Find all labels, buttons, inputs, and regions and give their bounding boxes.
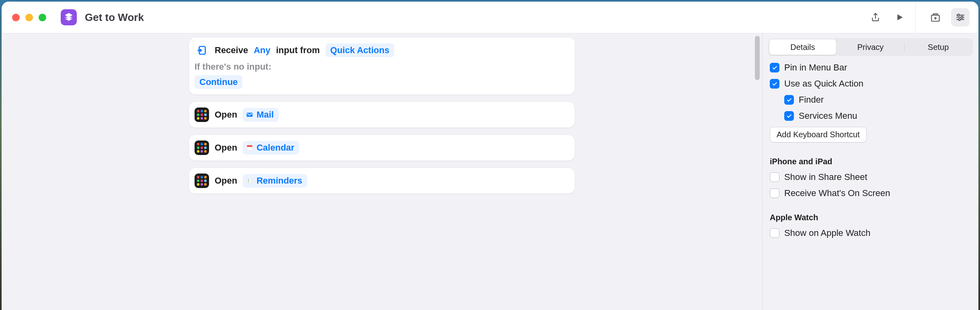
option-receive-on-screen[interactable]: Receive What's On Screen bbox=[770, 188, 971, 198]
calendar-icon bbox=[246, 144, 253, 151]
tab-privacy[interactable]: Privacy bbox=[837, 39, 904, 55]
option-label: Services Menu bbox=[799, 111, 857, 121]
settings-toggle-button[interactable] bbox=[951, 8, 970, 27]
section-iphone-ipad: iPhone and iPad bbox=[770, 157, 971, 166]
open-app-card-calendar[interactable]: Open Calendar bbox=[189, 135, 575, 161]
open-app-action-icon bbox=[195, 107, 209, 122]
checkbox-icon bbox=[770, 79, 779, 89]
app-token-reminders[interactable]: Reminders bbox=[243, 174, 307, 188]
app-token-calendar[interactable]: Calendar bbox=[243, 141, 299, 155]
open-verb-label: Open bbox=[215, 110, 237, 120]
window-controls bbox=[12, 14, 46, 21]
close-window-button[interactable] bbox=[12, 14, 20, 21]
option-finder[interactable]: Finder bbox=[784, 95, 971, 105]
no-input-fallback-token[interactable]: Continue bbox=[195, 75, 242, 89]
option-share-sheet[interactable]: Show in Share Sheet bbox=[770, 172, 971, 182]
receive-label: Receive bbox=[215, 45, 248, 56]
receive-action-card[interactable]: Receive Any input from Quick Actions If … bbox=[189, 37, 575, 95]
option-label: Use as Quick Action bbox=[784, 79, 863, 89]
receive-any-token[interactable]: Any bbox=[254, 45, 271, 56]
app-token-label: Mail bbox=[256, 110, 274, 120]
run-button[interactable] bbox=[890, 8, 909, 27]
open-app-action-icon bbox=[195, 174, 209, 188]
checkbox-icon bbox=[770, 188, 779, 198]
shortcut-icon bbox=[61, 9, 77, 25]
zoom-window-button[interactable] bbox=[39, 14, 46, 21]
minimize-window-button[interactable] bbox=[25, 14, 33, 21]
library-toggle-button[interactable] bbox=[926, 8, 945, 27]
workflow-canvas[interactable]: Receive Any input from Quick Actions If … bbox=[2, 33, 762, 310]
input-from-label: input from bbox=[276, 45, 320, 56]
svg-point-11 bbox=[248, 182, 249, 182]
option-show-on-watch[interactable]: Show on Apple Watch bbox=[770, 228, 971, 238]
details-sidebar: Details Privacy Setup Pin in Menu Bar Us… bbox=[762, 33, 978, 310]
option-label: Pin in Menu Bar bbox=[784, 62, 847, 73]
option-services-menu[interactable]: Services Menu bbox=[784, 111, 971, 121]
toolbar-separator bbox=[915, 2, 916, 33]
shortcuts-editor-window: Get to Work bbox=[2, 2, 978, 310]
no-input-label: If there's no input: bbox=[195, 62, 271, 72]
svg-point-3 bbox=[958, 19, 960, 21]
toolbar: Get to Work bbox=[2, 2, 978, 33]
tab-details[interactable]: Details bbox=[769, 39, 836, 55]
share-button[interactable] bbox=[866, 8, 885, 27]
open-verb-label: Open bbox=[215, 176, 237, 186]
reminders-icon bbox=[246, 177, 253, 184]
svg-point-2 bbox=[961, 17, 963, 19]
checkbox-icon bbox=[784, 95, 794, 105]
app-token-mail[interactable]: Mail bbox=[243, 108, 279, 122]
app-token-label: Calendar bbox=[256, 143, 294, 153]
checkbox-icon bbox=[770, 63, 779, 72]
option-label: Receive What's On Screen bbox=[784, 188, 890, 198]
open-app-card-reminders[interactable]: Open Reminders bbox=[189, 168, 575, 194]
checkbox-icon bbox=[770, 172, 779, 182]
svg-point-10 bbox=[248, 180, 249, 181]
shortcut-title[interactable]: Get to Work bbox=[85, 11, 144, 24]
open-app-card-mail[interactable]: Open Mail bbox=[189, 102, 575, 128]
svg-rect-7 bbox=[247, 145, 252, 147]
option-pin-menu-bar[interactable]: Pin in Menu Bar bbox=[770, 62, 971, 73]
open-app-action-icon bbox=[195, 141, 209, 155]
tab-setup[interactable]: Setup bbox=[905, 39, 972, 55]
svg-point-1 bbox=[957, 14, 959, 16]
section-apple-watch: Apple Watch bbox=[770, 213, 971, 222]
app-token-label: Reminders bbox=[256, 176, 302, 186]
open-verb-label: Open bbox=[215, 143, 237, 153]
canvas-scrollbar[interactable] bbox=[755, 36, 760, 80]
option-label: Show in Share Sheet bbox=[784, 172, 867, 182]
option-quick-action[interactable]: Use as Quick Action bbox=[770, 79, 971, 89]
option-label: Show on Apple Watch bbox=[784, 228, 870, 238]
svg-point-9 bbox=[248, 179, 249, 180]
input-icon bbox=[195, 43, 209, 58]
mail-icon bbox=[246, 111, 253, 118]
option-label: Finder bbox=[799, 95, 824, 105]
receive-source-token[interactable]: Quick Actions bbox=[326, 43, 394, 57]
checkbox-icon bbox=[784, 111, 794, 121]
sidebar-tabs: Details Privacy Setup bbox=[768, 38, 973, 56]
add-keyboard-shortcut-button[interactable]: Add Keyboard Shortcut bbox=[770, 127, 867, 143]
checkbox-icon bbox=[770, 228, 779, 238]
